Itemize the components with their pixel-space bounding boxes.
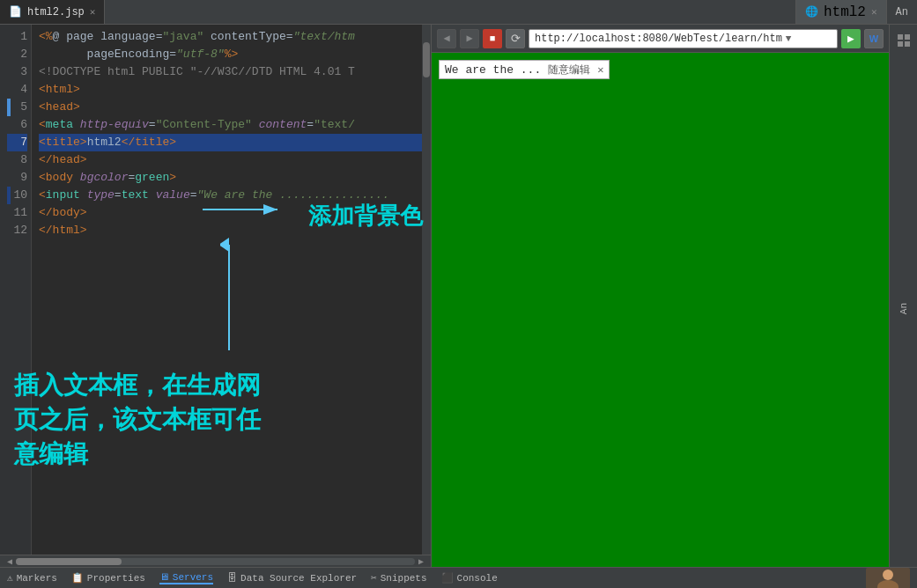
right-sidebar: An [889, 25, 917, 567]
snippets-icon: ✂ [371, 572, 377, 584]
servers-label: Servers [173, 572, 213, 583]
browser-input-field[interactable]: We are the ... 随意编辑 ✕ [439, 60, 610, 79]
line-num-7: 7 [7, 134, 27, 151]
browser-close-icon[interactable]: ✕ [871, 6, 877, 18]
line-num-4: 4 [7, 81, 27, 99]
browser-panel: ◀ ▶ ■ ⟳ http://localhost:8080/WebTest/le… [432, 25, 889, 567]
tab-editor-label: html2.jsp [27, 6, 85, 18]
code-line-1: <%@ page language="java" contentType="te… [39, 28, 424, 46]
browser-icon: 🌐 [805, 5, 818, 18]
tab-browser-label: html2 [824, 4, 866, 20]
file-icon: 📄 [9, 5, 22, 18]
code-editor[interactable]: 1 2 3 4 5 6 7 8 9 10 11 [0, 25, 431, 555]
svg-point-9 [883, 570, 893, 580]
code-line-12: </html> [39, 222, 424, 239]
code-line-8: </head> [39, 151, 424, 169]
line-num-9: 9 [7, 169, 27, 187]
forward-button[interactable]: ▶ [460, 29, 479, 48]
line-num-11: 11 [7, 204, 27, 222]
line-num-1: 1 [7, 28, 27, 46]
person-avatar [866, 568, 910, 589]
sidebar-text-label: An [899, 303, 909, 314]
status-datasource[interactable]: 🗄 Data Source Explorer [227, 572, 357, 584]
markers-label: Markers [17, 573, 57, 584]
console-label: Console [457, 573, 498, 584]
status-markers[interactable]: ⚠ Markers [7, 572, 57, 584]
code-line-11: </body> [39, 204, 424, 222]
svg-rect-5 [905, 34, 910, 40]
address-dropdown-icon[interactable]: ▼ [786, 33, 792, 44]
vscroll-thumb[interactable] [423, 42, 430, 77]
status-snippets[interactable]: ✂ Snippets [371, 572, 426, 584]
code-line-4: <html> [39, 81, 424, 99]
address-bar[interactable]: http://localhost:8080/WebTest/learn/htm … [529, 29, 838, 48]
status-bar: ⚠ Markers 📋 Properties 🖥 Servers 🗄 Data … [0, 567, 917, 588]
run-icon: ▶ [847, 32, 854, 46]
datasource-icon: 🗄 [227, 572, 237, 584]
properties-label: Properties [87, 573, 145, 584]
editor-vscrollbar[interactable] [422, 25, 431, 555]
browser-extra-button[interactable]: W [864, 29, 884, 48]
scroll-left-btn[interactable]: ◀ [4, 556, 16, 567]
app-container: 📄 html2.jsp ✕ 🌐 html2 ✕ An 1 2 3 [0, 0, 917, 588]
input-value-text: We are the ... [445, 63, 541, 77]
sidebar-grid-icon [897, 33, 911, 48]
tab-editor[interactable]: 📄 html2.jsp ✕ [0, 0, 105, 24]
line-numbers: 1 2 3 4 5 6 7 8 9 10 11 [0, 25, 32, 555]
tab-extra-label: An [896, 6, 908, 18]
input-edit-label[interactable]: 随意编辑 [548, 62, 590, 77]
line-num-6: 6 [7, 116, 27, 134]
status-properties[interactable]: 📋 Properties [71, 572, 145, 584]
snippets-label: Snippets [381, 573, 427, 584]
servers-icon: 🖥 [159, 571, 169, 583]
line-num-2: 2 [7, 46, 27, 63]
svg-rect-7 [905, 41, 910, 47]
line-num-12: 12 [7, 222, 27, 239]
scroll-right-btn[interactable]: ▶ [415, 556, 427, 567]
svg-rect-6 [898, 41, 903, 47]
refresh-icon: ⟳ [511, 32, 521, 46]
code-content[interactable]: <%@ page language="java" contentType="te… [32, 25, 431, 555]
code-hscrollbar[interactable]: ◀ ▶ [0, 555, 431, 567]
hscroll-thumb[interactable] [16, 558, 122, 565]
datasource-label: Data Source Explorer [240, 573, 357, 584]
line-num-8: 8 [7, 151, 27, 169]
browser-toolbar: ◀ ▶ ■ ⟳ http://localhost:8080/WebTest/le… [432, 25, 889, 53]
svg-rect-4 [898, 34, 903, 40]
code-panel: 1 2 3 4 5 6 7 8 9 10 11 [0, 25, 432, 567]
tab-extra: An [887, 0, 917, 24]
code-line-5: <head> [39, 99, 424, 116]
forward-icon: ▶ [466, 32, 472, 45]
refresh-button[interactable]: ⟳ [506, 29, 525, 48]
console-icon: ⬛ [441, 572, 454, 584]
status-servers[interactable]: 🖥 Servers [159, 571, 213, 584]
code-line-10: <input type=text value="We are the .....… [39, 187, 424, 204]
tab-browser[interactable]: 🌐 html2 ✕ [795, 0, 887, 24]
avatar-svg [866, 568, 910, 589]
input-close-button[interactable]: ✕ [597, 63, 603, 77]
sidebar-top-icon[interactable] [891, 28, 916, 53]
code-line-9: <body bgcolor=green> [39, 169, 424, 187]
status-console[interactable]: ⬛ Console [441, 572, 498, 584]
extra-icon: W [869, 33, 878, 44]
stop-button[interactable]: ■ [483, 29, 502, 48]
line-indicator-4 [7, 99, 11, 116]
code-line-2: pageEncoding="utf-8"%> [39, 46, 424, 63]
back-icon: ◀ [443, 32, 449, 45]
code-line-7: <title>html2</title> [39, 134, 424, 151]
line-indicator-9 [7, 187, 11, 204]
code-line-6: <meta http-equiv="Content-Type" content=… [39, 116, 424, 134]
close-icon[interactable]: ✕ [90, 6, 96, 18]
sidebar-label-area: An [899, 55, 909, 563]
stop-icon: ■ [490, 33, 496, 44]
hscroll-track[interactable] [16, 558, 415, 565]
browser-content: We are the ... 随意编辑 ✕ [432, 53, 889, 567]
main-area: 1 2 3 4 5 6 7 8 9 10 11 [0, 25, 917, 567]
tab-bar: 📄 html2.jsp ✕ 🌐 html2 ✕ An [0, 0, 917, 25]
markers-icon: ⚠ [7, 572, 13, 584]
address-text: http://localhost:8080/WebTest/learn/htm [535, 33, 782, 45]
code-line-3: <!DOCTYPE html PUBLIC "-//W3C//DTD HTML … [39, 63, 424, 81]
properties-icon: 📋 [71, 572, 84, 584]
run-button[interactable]: ▶ [841, 29, 861, 48]
back-button[interactable]: ◀ [437, 29, 456, 48]
